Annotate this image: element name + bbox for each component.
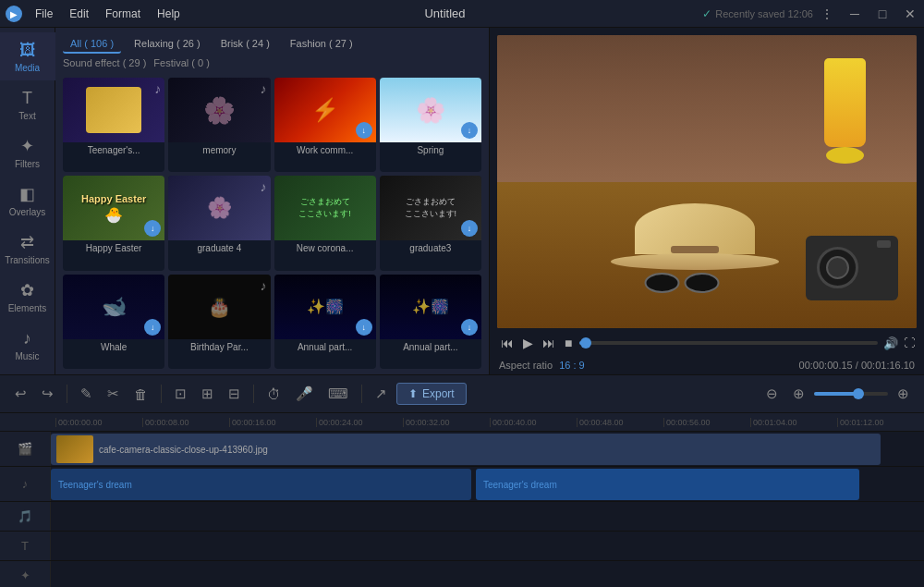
audio-clip-1[interactable]: Teenager's dream <box>51 469 471 500</box>
download-icon-spring[interactable]: ↓ <box>461 122 478 139</box>
mic-button[interactable]: 🎤 <box>290 382 319 406</box>
grid2-button[interactable]: ⊞ <box>196 382 219 406</box>
app-title: Untitled <box>188 6 702 20</box>
media-item-teen[interactable]: ♪ Teenager's... <box>63 78 164 172</box>
menu-file[interactable]: File <box>28 4 60 24</box>
progress-bar[interactable] <box>579 341 878 345</box>
undo-button[interactable]: ↩ <box>9 382 32 406</box>
toolbar-sep-3 <box>253 385 254 403</box>
media-item-spring[interactable]: 🌸 ↓ Spring <box>380 78 481 172</box>
tabs-row: All ( 106 ) Relaxing ( 26 ) Brisk ( 24 )… <box>55 28 489 54</box>
sidebar-label-elements: Elements <box>8 303 47 313</box>
toolbar-sep-4 <box>361 385 362 403</box>
empty-track-3-content[interactable] <box>51 561 924 587</box>
tab-relaxing[interactable]: Relaxing ( 26 ) <box>127 35 208 54</box>
zoom-fill <box>814 392 858 396</box>
close-button[interactable]: ✕ <box>896 0 924 28</box>
ruler-mark-3: 00:00:24.00 <box>316 418 403 427</box>
tab-brisk[interactable]: Brisk ( 24 ) <box>213 35 277 54</box>
zoom-add-button[interactable]: ⊕ <box>892 382 915 406</box>
volume-icon[interactable]: 🔊 <box>883 336 898 350</box>
timer-button[interactable]: ⏱ <box>261 383 286 406</box>
timeline: 00:00:00.00 00:00:08.00 00:00:16.00 00:0… <box>0 413 924 587</box>
clip-thumbnail <box>56 435 93 463</box>
media-item-grad4[interactable]: ♪ 🌸 graduate 4 <box>168 176 270 270</box>
sidebar-label-text: Text <box>18 111 35 121</box>
media-item-work[interactable]: ⚡ ↓ Work comm... <box>274 78 376 172</box>
export-icon: ⬆ <box>408 387 418 400</box>
menu-edit[interactable]: Edit <box>62 4 96 24</box>
title-bar: ▶ File Edit Format Help Untitled ✓ Recen… <box>0 0 924 28</box>
redo-button[interactable]: ↪ <box>36 382 59 406</box>
media-item-corona[interactable]: ごさまおめてここさいます! New corona... <box>274 176 376 270</box>
grid1-button[interactable]: ⊡ <box>169 382 192 406</box>
share-button[interactable]: ↗ <box>370 382 393 406</box>
menu-dots-button[interactable]: ⋮ <box>813 0 841 28</box>
cut-button[interactable]: ✂ <box>102 382 125 406</box>
audio-clip-2[interactable]: Teenager's dream <box>476 469 859 500</box>
sidebar-label-transitions: Transitions <box>5 255 50 265</box>
media-label-teen: Teenager's... <box>63 142 164 158</box>
sidebar-item-music[interactable]: ♪ Music <box>0 321 55 369</box>
media-item-bday[interactable]: ♪ 🎂 Birthday Par... <box>168 275 270 369</box>
minimize-button[interactable]: ─ <box>841 0 869 28</box>
delete-button[interactable]: 🗑 <box>128 383 153 406</box>
music-note-icon4: ♪ <box>261 278 267 293</box>
sidebar-label-music: Music <box>15 351 39 361</box>
zoom-slider[interactable] <box>814 392 888 396</box>
sidebar-item-filters[interactable]: ✦ Filters <box>0 128 55 177</box>
next-frame-button[interactable]: ⏭ <box>541 334 557 352</box>
sidebar-item-text[interactable]: T Text <box>0 80 55 128</box>
media-label-spring: Spring <box>380 142 481 158</box>
media-label-grad4: graduate 4 <box>168 240 270 256</box>
audio-track: ♪ Teenager's dream Teenager's dream <box>0 467 924 502</box>
media-label-memory: memory <box>168 142 270 158</box>
download-icon-whale[interactable]: ↓ <box>144 319 161 336</box>
empty-track-2-content[interactable] <box>51 532 924 560</box>
stop-button[interactable]: ■ <box>563 334 574 352</box>
subtab-sound[interactable]: Sound effect ( 29 ) <box>63 57 146 68</box>
sidebar-item-overlays[interactable]: ◧ Overlays <box>0 177 55 225</box>
sidebar-label-overlays: Overlays <box>9 207 45 217</box>
menu-format[interactable]: Format <box>98 4 148 24</box>
zoom-out-button[interactable]: ⊖ <box>760 382 784 406</box>
preview-area: ⏮ ▶ ⏭ ■ 🔊 ⛶ Aspect ratio 16 : 9 00:00:00… <box>490 28 924 374</box>
sidebar-item-media[interactable]: 🖼 Media <box>0 32 55 80</box>
media-item-grad3[interactable]: ごさまおめてここさいます! ↓ graduate3 <box>380 176 481 270</box>
video-track-icon: 🎬 <box>18 442 32 456</box>
empty-track-1: 🎵 <box>0 502 924 532</box>
video-track-content[interactable]: cafe-camera-classic-close-up-413960.jpg <box>51 432 924 466</box>
zoom-in-button[interactable]: ⊕ <box>787 382 810 406</box>
sidebar-item-elements[interactable]: ✿ Elements <box>0 273 55 321</box>
video-clip[interactable]: cafe-camera-classic-close-up-413960.jpg <box>51 434 881 465</box>
download-icon-annual1[interactable]: ↓ <box>356 319 372 336</box>
media-panel: All ( 106 ) Relaxing ( 26 ) Brisk ( 24 )… <box>55 28 490 374</box>
maximize-button[interactable]: □ <box>869 0 896 28</box>
download-icon-annual2[interactable]: ↓ <box>461 319 478 336</box>
empty-track-1-content[interactable] <box>51 502 924 531</box>
aspect-ratio-value: 16 : 9 <box>559 360 585 371</box>
media-item-annual1[interactable]: ✨🎆 ↓ Annual part... <box>274 275 376 369</box>
download-icon-work[interactable]: ↓ <box>356 122 372 139</box>
audio-track-content[interactable]: Teenager's dream Teenager's dream <box>51 467 924 501</box>
fullscreen-icon[interactable]: ⛶ <box>904 336 915 349</box>
tab-fashion[interactable]: Fashion ( 27 ) <box>283 35 360 54</box>
caption-button[interactable]: ⌨ <box>322 382 354 406</box>
ruler-mark-8: 00:01:04.00 <box>750 418 837 427</box>
preview-top-bar <box>490 28 924 35</box>
menu-help[interactable]: Help <box>150 4 188 24</box>
export-button[interactable]: ⬆ Export <box>396 383 467 405</box>
tab-all[interactable]: All ( 106 ) <box>63 35 121 54</box>
grid3-button[interactable]: ⊟ <box>223 382 246 406</box>
media-item-whale[interactable]: 🐋 ↓ Whale <box>63 275 164 369</box>
media-item-easter[interactable]: Happy Easter 🐣 ↓ Happy Easter <box>63 176 164 270</box>
export-label: Export <box>422 387 455 400</box>
play-button[interactable]: ▶ <box>521 334 535 352</box>
sidebar-item-transitions[interactable]: ⇄ Transitions <box>0 225 55 273</box>
ruler-mark-6: 00:00:48.00 <box>577 418 663 427</box>
prev-frame-button[interactable]: ⏮ <box>499 334 516 352</box>
media-item-memory[interactable]: ♪ 🌸 memory <box>168 78 270 172</box>
media-item-annual2[interactable]: ✨🎆 ↓ Annual part... <box>380 275 481 369</box>
subtab-festival[interactable]: Festival ( 0 ) <box>153 57 210 68</box>
pen-button[interactable]: ✎ <box>75 382 98 406</box>
